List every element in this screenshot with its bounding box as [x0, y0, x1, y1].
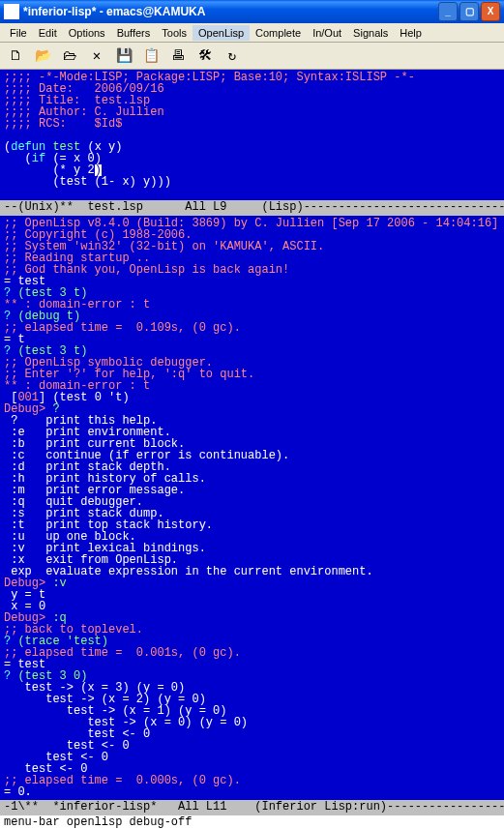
menu-signals[interactable]: Signals	[347, 25, 394, 41]
menu-edit[interactable]: Edit	[33, 25, 63, 41]
refresh-icon[interactable]: ↻	[221, 44, 244, 68]
window-controls: _ ▢ X	[438, 2, 500, 21]
print-icon[interactable]: 🖶	[166, 44, 190, 68]
folder-icon[interactable]: 🗁	[58, 44, 81, 68]
settings-icon[interactable]: 🛠	[193, 44, 217, 68]
modeline-top: --(Unix)** test.lsp All L9 (Lisp)-------…	[0, 200, 504, 216]
menu-inout[interactable]: In/Out	[307, 25, 347, 41]
modeline-bottom: -1\** *inferior-lisp* All L11 (Inferior …	[0, 800, 504, 815]
maximize-button[interactable]: ▢	[460, 2, 479, 21]
editor-line: Debug> :v	[4, 577, 500, 589]
editor-line: (test (1- x) y)))	[4, 176, 500, 188]
menu-help[interactable]: Help	[394, 25, 428, 41]
editor-line: x = 0	[4, 601, 500, 612]
editor-bottom-pane[interactable]: ;; OpenLisp v8.4.0 (Build: 3869) by C. J…	[0, 216, 504, 800]
app-icon	[4, 4, 19, 19]
copy-icon[interactable]: 📋	[139, 44, 163, 68]
minibuffer[interactable]: menu-bar openlisp debug-off	[0, 815, 504, 829]
save-icon[interactable]: 💾	[112, 44, 135, 68]
editor-line: ;; elapsed time = 0.001s, (0 gc).	[4, 647, 500, 659]
editor-line: ;; elapsed time = 0.000s, (0 gc).	[4, 775, 500, 786]
toolbar: 🗋 📂 🗁 ✕ 💾 📋 🖶 🛠 ↻	[0, 43, 504, 70]
window-title: *inferior-lisp* - emacs@KAMUKA	[23, 5, 438, 18]
editor-line: = 0.	[4, 786, 500, 798]
menu-options[interactable]: Options	[63, 25, 111, 41]
menu-file[interactable]: File	[4, 25, 33, 41]
editor-line: [001] (test 0 't)	[4, 392, 500, 403]
close-icon[interactable]: ✕	[85, 44, 108, 68]
editor-line: y = t	[4, 589, 500, 601]
menu-tools[interactable]: Tools	[156, 25, 193, 41]
menu-buffers[interactable]: Buffers	[111, 25, 157, 41]
new-file-icon[interactable]: 🗋	[4, 44, 27, 68]
menubar: FileEditOptionsBuffersToolsOpenLispCompl…	[0, 23, 504, 43]
menu-complete[interactable]: Complete	[250, 25, 307, 41]
editor-line: ;; God thank you, OpenLisp is back again…	[4, 264, 500, 276]
editor-line: ;;;; RCS: $Id$	[4, 118, 500, 130]
editor-line: ;; elapsed time = 0.109s, (0 gc).	[4, 322, 500, 334]
window-titlebar: *inferior-lisp* - emacs@KAMUKA _ ▢ X	[0, 0, 504, 23]
close-button[interactable]: X	[481, 2, 500, 21]
editor-line: exp evaluate expression in the current e…	[4, 566, 500, 577]
menu-openlisp[interactable]: OpenLisp	[193, 25, 250, 41]
open-file-icon[interactable]: 📂	[31, 44, 54, 68]
minimize-button[interactable]: _	[438, 2, 458, 21]
editor-top-pane[interactable]: ;;;; -*-Mode:LISP; Package:LISP; Base:10…	[0, 70, 504, 200]
